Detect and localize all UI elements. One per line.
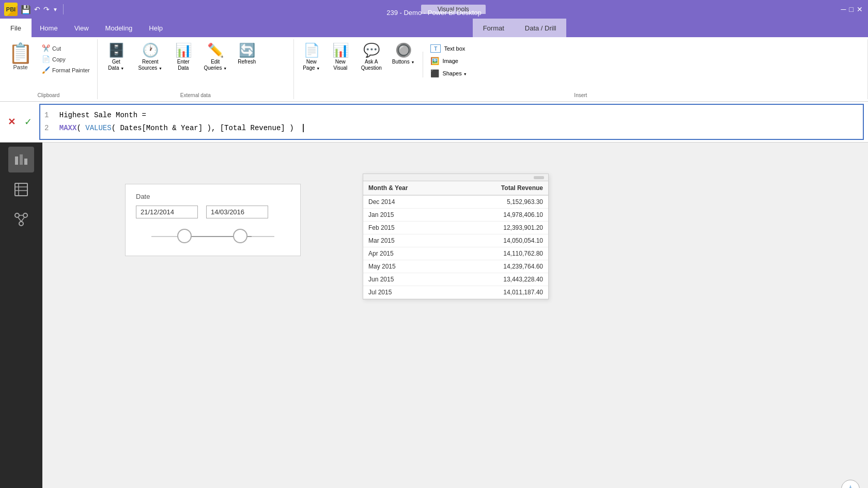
app-title: 239 - Demo - Power BI Desktop	[386, 9, 482, 17]
menu-bar: File Home View Modeling Help Format Data…	[0, 19, 868, 37]
svg-point-8	[23, 213, 27, 217]
month-cell: Jul 2015	[363, 286, 454, 299]
redo-button[interactable]: ↷	[43, 5, 50, 13]
formula-line-2: 2 MAXX( VALUES( Dates[Month & Year] ), […	[44, 122, 859, 135]
date-slicer-visual: Date	[125, 184, 301, 256]
svg-line-11	[18, 217, 21, 222]
save-button[interactable]: 💾	[21, 5, 31, 14]
month-cell: Mar 2015	[363, 234, 454, 247]
slider-thumb-right[interactable]	[233, 229, 247, 243]
formula-confirm-button[interactable]: ✓	[21, 115, 35, 129]
file-menu[interactable]: File	[0, 19, 32, 37]
canvas-area: Date Month & Year Total Revenue	[42, 143, 868, 488]
maximize-button[interactable]: □	[849, 5, 854, 13]
revenue-cell: 13,443,228.40	[454, 273, 548, 286]
buttons-button[interactable]: 🔘 Buttons ▼	[389, 41, 418, 67]
svg-rect-2	[24, 159, 27, 165]
insert-group: 📄 NewPage ▼ 📊 NewVisual 💬 Ask AQuestion …	[294, 39, 868, 99]
ask-question-button[interactable]: 💬 Ask AQuestion	[356, 41, 387, 73]
subscribe-button[interactable]	[841, 480, 860, 488]
table-drag-handle[interactable]	[363, 174, 548, 181]
month-cell: Jan 2015	[363, 209, 454, 222]
revenue-cell: 14,978,406.10	[454, 209, 548, 222]
revenue-cell: 12,393,901.20	[454, 222, 548, 234]
close-button[interactable]: ✕	[857, 5, 863, 13]
month-cell: May 2015	[363, 260, 454, 273]
svg-point-7	[15, 213, 19, 217]
view-menu[interactable]: View	[66, 19, 97, 37]
table-row: Jan 201514,978,406.10	[363, 209, 548, 222]
new-page-button[interactable]: 📄 NewPage ▼	[298, 41, 325, 73]
copy-button[interactable]: 📄 Copy	[39, 54, 93, 64]
external-data-label: External data	[98, 92, 293, 98]
formula-cancel-button[interactable]: ✕	[4, 115, 19, 129]
modeling-menu[interactable]: Modeling	[97, 19, 141, 37]
recent-sources-button[interactable]: 🕐 RecentSources ▼	[134, 41, 167, 73]
month-cell: Jun 2015	[363, 273, 454, 286]
get-data-button[interactable]: 🗄️ GetData ▼	[102, 41, 131, 73]
refresh-button[interactable]: 🔄 Refresh	[234, 41, 260, 67]
revenue-cell: 5,152,963.30	[454, 195, 548, 209]
external-data-group: 🗄️ GetData ▼ 🕐 RecentSources ▼ 📊 EnterDa…	[98, 39, 294, 99]
minimize-button[interactable]: ─	[841, 5, 846, 13]
quick-access-dropdown[interactable]: ▼	[53, 7, 58, 12]
table-row: May 201514,239,764.60	[363, 260, 548, 273]
cut-button[interactable]: ✂️ Cut	[39, 43, 93, 53]
slider-thumb-left[interactable]	[177, 229, 192, 243]
data-drill-menu[interactable]: Data / Drill	[515, 19, 567, 37]
sidebar-report-icon[interactable]	[8, 147, 34, 172]
revenue-cell: 14,011,187.40	[454, 286, 548, 299]
paste-button[interactable]: 📋 Paste	[4, 41, 37, 72]
formula-line-1: 1 Highest Sale Month =	[44, 109, 859, 122]
format-painter-button[interactable]: 🖌️ Format Painter	[39, 65, 93, 75]
sidebar-model-icon[interactable]	[8, 207, 34, 232]
revenue-table: Month & Year Total Revenue Dec 20145,152…	[363, 181, 548, 299]
col-header-month: Month & Year	[363, 181, 454, 195]
ribbon: 📋 Paste ✂️ Cut 📄 Copy 🖌️ Format Painter …	[0, 37, 868, 102]
date-inputs	[136, 206, 290, 218]
left-sidebar	[0, 143, 42, 488]
home-menu[interactable]: Home	[32, 19, 66, 37]
date-slider-track	[136, 227, 290, 247]
formula-cursor	[299, 124, 304, 132]
revenue-cell: 14,050,054.10	[454, 234, 548, 247]
main-content: Date Month & Year Total Revenue	[0, 143, 868, 488]
formula-actions: ✕ ✓	[4, 115, 35, 129]
formula-editor[interactable]: 1 Highest Sale Month = 2 MAXX( VALUES( D…	[39, 104, 864, 140]
table-row: Apr 201514,110,762.80	[363, 247, 548, 260]
month-cell: Apr 2015	[363, 247, 454, 260]
format-menu[interactable]: Format	[473, 19, 515, 37]
new-visual-button[interactable]: 📊 NewVisual	[327, 41, 354, 73]
svg-rect-0	[15, 156, 18, 165]
date-slicer-title: Date	[136, 193, 290, 200]
svg-point-9	[19, 222, 23, 226]
formula-bar: ✕ ✓ 1 Highest Sale Month = 2 MAXX( VALUE…	[0, 102, 868, 143]
enter-data-button[interactable]: 📊 EnterData	[170, 41, 197, 73]
shapes-button[interactable]: ⬛ Shapes ▼	[428, 68, 469, 78]
end-date-input[interactable]	[206, 206, 268, 218]
month-cell: Dec 2014	[363, 195, 454, 209]
image-button[interactable]: 🖼️ Image	[428, 56, 469, 66]
clipboard-group: 📋 Paste ✂️ Cut 📄 Copy 🖌️ Format Painter …	[0, 39, 98, 99]
data-table-visual: Month & Year Total Revenue Dec 20145,152…	[363, 174, 549, 300]
text-box-button[interactable]: T Text box	[428, 43, 469, 54]
table-row: Dec 20145,152,963.30	[363, 195, 548, 209]
month-cell: Feb 2015	[363, 222, 454, 234]
sidebar-data-icon[interactable]	[8, 177, 34, 202]
help-menu[interactable]: Help	[141, 19, 171, 37]
table-row: Jul 201514,011,187.40	[363, 286, 548, 299]
svg-rect-3	[15, 183, 27, 196]
revenue-cell: 14,110,762.80	[454, 247, 548, 260]
svg-line-12	[21, 217, 24, 222]
table-row: Jun 201513,443,228.40	[363, 273, 548, 286]
title-bar: PBI 💾 ↶ ↷ ▼ Visual tools 239 - Demo - Po…	[0, 0, 868, 19]
start-date-input[interactable]	[136, 206, 198, 218]
svg-rect-1	[20, 154, 23, 165]
insert-label: Insert	[294, 92, 867, 98]
undo-button[interactable]: ↶	[34, 5, 40, 13]
clipboard-label: Clipboard	[0, 92, 97, 98]
table-row: Feb 201512,393,901.20	[363, 222, 548, 234]
col-header-revenue: Total Revenue	[454, 181, 548, 195]
powerbi-logo: PBI	[4, 3, 18, 16]
edit-queries-button[interactable]: ✏️ EditQueries ▼	[200, 41, 231, 73]
